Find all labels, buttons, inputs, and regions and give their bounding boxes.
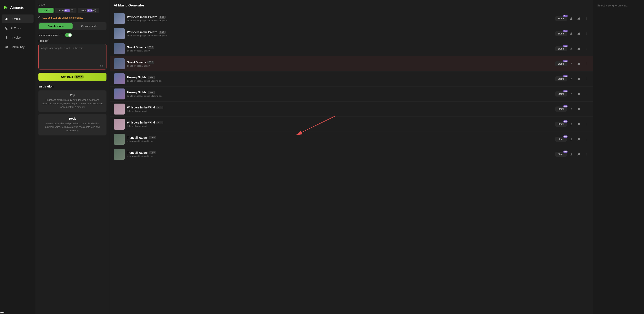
download-icon-6[interactable]	[568, 91, 574, 97]
download-icon-3[interactable]	[568, 46, 574, 52]
u1.5-info-icon: i	[48, 9, 50, 12]
more-options-icon-3[interactable]	[583, 46, 589, 52]
song-item-10[interactable]: SUNO Tranquil Waters S3.0 relaxing ambie…	[110, 147, 593, 162]
inspiration-card-rock[interactable]: Rock Intense guitar riffs and pounding d…	[38, 114, 106, 136]
model-s3.5-label: S3.5	[81, 9, 86, 12]
song-tags-4: gentle orchestral lullaby	[127, 65, 553, 67]
s3.0-info-icon: i	[70, 9, 73, 12]
model-s3.0-button[interactable]: S3.0 MTN i	[55, 8, 76, 13]
model-section: Model U1.5 i S3.0 MTN i S3.5 MTN i	[38, 3, 106, 13]
download-icon-2[interactable]	[568, 31, 574, 37]
sidebar-item-community[interactable]: Community	[2, 43, 34, 51]
generate-button[interactable]: Generate 100 ✓	[38, 73, 106, 81]
sidebar-item-ai-cover[interactable]: AI Cover	[2, 24, 34, 32]
song-thumbnail-5: SUNO	[114, 73, 125, 84]
song-item-1[interactable]: SUNO Whispers in the Breeze S3.0 etherea…	[110, 11, 593, 26]
model-s3.5-button[interactable]: S3.5 MTN i	[78, 8, 99, 13]
download-icon-1[interactable]	[568, 16, 574, 21]
song-item-4[interactable]: SUNO Sweet Dreams S3.0 gentle orchestral…	[110, 56, 593, 71]
music-note-icon-9[interactable]	[576, 136, 582, 142]
svg-point-34	[586, 63, 586, 63]
model-u1.5-button[interactable]: U1.5 i	[38, 8, 54, 13]
sidebar-item-ai-voice[interactable]: AI Voice	[2, 33, 34, 42]
stems-button-3[interactable]: Stems Pro	[555, 46, 567, 51]
music-note-icon-3[interactable]	[576, 46, 582, 52]
music-note-icon-6[interactable]	[576, 91, 582, 97]
more-options-icon-4[interactable]	[583, 61, 589, 67]
song-item-9[interactable]: SUNO Tranquil Waters S3.0 relaxing ambie…	[110, 132, 593, 147]
inspiration-section: Inspiration Pop Bright and catchy melody…	[38, 85, 106, 136]
song-thumbnail-2: SUNO	[114, 28, 125, 39]
pro-badge-8: Pro	[564, 120, 568, 123]
prompt-textarea[interactable]	[41, 47, 104, 66]
download-icon-4[interactable]	[568, 61, 574, 67]
song-tags-2: ethereal strings light soft percussion p…	[127, 34, 553, 37]
song-tags-3: gentle orchestral lullaby	[127, 49, 553, 52]
stems-button-5[interactable]: Stems Pro	[555, 76, 567, 81]
song-item-3[interactable]: SUNO Sweet Dreams S3.0 gentle orchestral…	[110, 41, 593, 56]
sidebar-item-ai-music[interactable]: AI Music	[2, 14, 34, 23]
download-icon-5[interactable]	[568, 76, 574, 82]
song-item-8[interactable]: SUNO Whispers in the Wind S3.0 light hea…	[110, 117, 593, 132]
download-icon-7[interactable]	[568, 106, 574, 112]
sidebar-item-community-label: Community	[10, 45, 24, 49]
custom-mode-button[interactable]: Custom mode	[72, 23, 106, 29]
sidebar-item-ai-music-label: AI Music	[10, 17, 21, 20]
music-note-icon-5[interactable]	[576, 76, 582, 82]
stems-button-2[interactable]: Stems Pro	[555, 31, 567, 36]
simple-mode-button[interactable]: Simple mode	[39, 23, 72, 29]
more-options-icon-6[interactable]	[583, 91, 589, 97]
svg-point-36	[586, 65, 586, 65]
more-options-icon-10[interactable]	[583, 151, 589, 157]
svg-point-27	[579, 49, 580, 50]
music-note-icon-1[interactable]	[576, 16, 582, 21]
svg-point-24	[586, 34, 586, 35]
svg-point-63	[579, 139, 580, 140]
more-options-icon-9[interactable]	[583, 136, 589, 142]
song-item-2[interactable]: SUNO Whispers in the Breeze S3.0 etherea…	[110, 26, 593, 41]
svg-point-15	[579, 19, 580, 19]
song-item-7[interactable]: SUNO Whispers in the Wind S3.0 light hea…	[110, 102, 593, 117]
download-icon-9[interactable]	[568, 136, 574, 142]
music-note-icon-8[interactable]	[576, 121, 582, 127]
more-options-icon-5[interactable]	[583, 76, 589, 82]
pro-badge-5: Pro	[564, 75, 568, 77]
song-item-5[interactable]: SUNO Dreamy Nights S3.0 gentle orchestra…	[110, 71, 593, 87]
music-note-icon-10[interactable]	[576, 151, 582, 157]
stems-button-8[interactable]: Stems Pro	[555, 122, 567, 127]
song-actions-4: Stems Pro	[555, 61, 589, 67]
stems-button-10[interactable]: Stems Pro	[555, 152, 567, 157]
music-note-icon-7[interactable]	[576, 106, 582, 112]
more-options-icon-2[interactable]	[583, 31, 589, 37]
stems-button-6[interactable]: Stems Pro	[555, 91, 567, 97]
download-icon-8[interactable]	[568, 121, 574, 127]
song-actions-8: Stems Pro	[555, 121, 589, 127]
more-options-icon-7[interactable]	[583, 106, 589, 112]
song-tags-5: gentle orchestral strings lullaby piano	[127, 80, 553, 82]
stems-button-7[interactable]: Stems Pro	[555, 107, 567, 112]
stems-button-4[interactable]: Stems Pro	[555, 61, 567, 66]
music-note-icon-2[interactable]	[576, 31, 582, 37]
svg-point-30	[586, 49, 586, 50]
instrumental-toggle[interactable]	[65, 33, 72, 37]
stems-button-9[interactable]: Stems Pro	[555, 137, 567, 142]
song-info-10: Tranquil Waters S3.0 relaxing ambient me…	[127, 151, 553, 157]
song-title-row-4: Sweet Dreams S3.0	[127, 61, 553, 64]
pro-badge-6: Pro	[564, 90, 568, 92]
svg-rect-37	[570, 80, 572, 80]
inspiration-card-pop[interactable]: Pop Bright and catchy melody with dancea…	[38, 90, 106, 112]
download-icon-10[interactable]	[568, 151, 574, 157]
stems-button-1[interactable]: Stems Pro	[555, 16, 567, 21]
svg-point-40	[586, 78, 586, 78]
song-title-8: Whispers in the Wind	[127, 121, 155, 124]
song-model-tag-1: S3.0	[159, 16, 166, 19]
song-actions-3: Stems Pro	[555, 46, 589, 52]
song-item-6[interactable]: SUNO Dreamy Nights S3.0 gentle orchestra…	[110, 87, 593, 102]
panel-header: AI Music Generator	[110, 0, 593, 11]
s3.5-mtn-badge: MTN	[87, 9, 92, 12]
rock-description: Intense guitar riffs and pounding drums …	[42, 122, 103, 132]
more-options-icon-1[interactable]	[583, 16, 589, 21]
music-note-icon-4[interactable]	[576, 61, 582, 67]
song-thumbnail-7: SUNO	[114, 104, 125, 115]
more-options-icon-8[interactable]	[583, 121, 589, 127]
